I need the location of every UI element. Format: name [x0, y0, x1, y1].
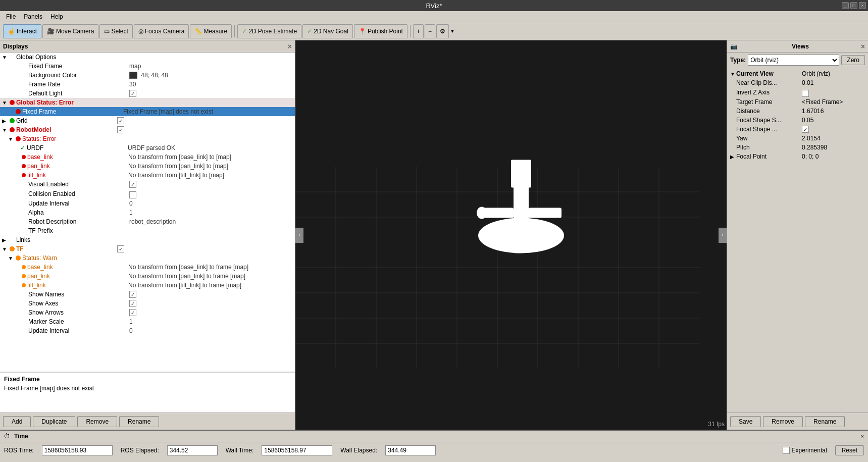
robot-description-row[interactable]: Robot Description robot_description: [0, 217, 295, 226]
target-frame-row[interactable]: Target Frame <Fixed Frame>: [728, 97, 867, 107]
focal-shape-check-row[interactable]: Focal Shape ...: [728, 125, 867, 134]
near-clip-row[interactable]: Near Clip Dis... 0.01: [728, 78, 867, 87]
select-button[interactable]: ▭ Select: [99, 24, 132, 38]
tf-prefix-row[interactable]: TF Prefix: [0, 226, 295, 235]
yaw-row[interactable]: Yaw 2.0154: [728, 134, 867, 143]
grid-checkbox[interactable]: [117, 117, 124, 124]
background-color-row[interactable]: Background Color 48; 48; 48: [0, 71, 295, 80]
close-button[interactable]: ×: [859, 2, 866, 9]
current-view-expand[interactable]: ▼: [730, 71, 736, 77]
displays-close-button[interactable]: ×: [288, 42, 292, 50]
current-view-header[interactable]: ▼ Current View Orbit (rviz): [728, 69, 867, 78]
pose-estimate-button[interactable]: ✓ 2D Pose Estimate: [237, 24, 301, 38]
menu-file[interactable]: File: [2, 12, 20, 21]
fixed-frame-error-row[interactable]: Fixed Frame Fixed Frame [map] does not e…: [0, 107, 295, 116]
time-bar-close[interactable]: ×: [861, 433, 864, 439]
move-camera-button[interactable]: 🎥 Move Camera: [42, 24, 98, 38]
menu-panels[interactable]: Panels: [20, 12, 46, 21]
viewport-collapse-right[interactable]: ›: [719, 228, 727, 243]
menu-help[interactable]: Help: [46, 12, 67, 21]
maximize-button[interactable]: □: [850, 2, 857, 9]
publish-point-button[interactable]: 📍 Publish Point: [354, 24, 407, 38]
global-status-expand[interactable]: ▼: [2, 100, 8, 106]
zero-button[interactable]: Zero: [841, 55, 865, 65]
remove-button[interactable]: Remove: [77, 416, 117, 427]
robot-status-expand[interactable]: ▼: [8, 136, 14, 142]
focal-shape-s-row[interactable]: Focal Shape S... 0.05: [728, 116, 867, 125]
urdf-row[interactable]: ✓ URDF URDF parsed OK: [12, 143, 295, 152]
alpha-row[interactable]: Alpha 1: [0, 208, 295, 217]
tf-base-link-row[interactable]: base_link No transform from [base_link] …: [12, 263, 295, 272]
views-rename-button[interactable]: Rename: [805, 416, 845, 427]
fixed-frame-row[interactable]: Fixed Frame map: [0, 62, 295, 71]
focal-point-row[interactable]: ▶ Focal Point 0; 0; 0: [728, 152, 867, 161]
focal-point-expand[interactable]: ▶: [730, 154, 736, 160]
invert-z-row[interactable]: Invert Z Axis: [728, 87, 867, 97]
invert-z-checkbox[interactable]: [802, 90, 809, 97]
reset-button[interactable]: Reset: [835, 445, 864, 455]
measure-button[interactable]: 📏 Measure: [190, 24, 232, 38]
show-axes-row[interactable]: Show Axes: [0, 299, 295, 308]
tf-row[interactable]: ▼ TF: [0, 244, 295, 253]
tf-status-expand[interactable]: ▼: [8, 255, 14, 261]
tilt-link-row[interactable]: tilt_link No transform from [tilt_link] …: [12, 171, 295, 180]
default-light-checkbox[interactable]: [129, 90, 136, 97]
views-close-button[interactable]: ×: [861, 42, 865, 50]
global-status-row[interactable]: ▼ Global Status: Error: [0, 98, 295, 107]
global-options-row[interactable]: ▼ Global Options: [0, 53, 295, 62]
nav-goal-button[interactable]: ✓ 2D Nav Goal: [302, 24, 353, 38]
wall-time-field[interactable]: 1586056158.97: [262, 445, 332, 455]
collision-enabled-checkbox[interactable]: [129, 191, 136, 198]
show-axes-checkbox[interactable]: [129, 300, 136, 307]
robot-model-status-row[interactable]: ▼ Status: Error: [6, 134, 295, 143]
views-tree[interactable]: ▼ Current View Orbit (rviz) Near Clip Di…: [727, 68, 868, 413]
tf-update-interval-row[interactable]: Update Interval 0: [0, 326, 295, 335]
frame-rate-row[interactable]: Frame Rate 30: [0, 80, 295, 89]
default-light-row[interactable]: Default Light: [0, 89, 295, 98]
experimental-checkbox[interactable]: [783, 447, 790, 454]
zoom-in-button[interactable]: +: [413, 24, 424, 38]
show-arrows-checkbox[interactable]: [129, 309, 136, 316]
pan-link-row[interactable]: pan_link No transform from [pan_link] to…: [12, 162, 295, 171]
tf-pan-link-row[interactable]: pan_link No transform from [pan_link] to…: [12, 272, 295, 281]
grid-expand[interactable]: ▶: [2, 118, 8, 124]
global-options-expand[interactable]: ▼: [2, 55, 8, 60]
collision-enabled-row[interactable]: Collision Enabled: [0, 189, 295, 199]
show-names-row[interactable]: Show Names: [0, 290, 295, 299]
robot-model-expand[interactable]: ▼: [2, 127, 8, 133]
tf-tilt-link-row[interactable]: tilt_link No transform from [tilt_link] …: [12, 281, 295, 290]
views-type-select[interactable]: Orbit (rviz): [748, 55, 839, 66]
base-link-row[interactable]: base_link No transform from [base_link] …: [12, 152, 295, 162]
tf-expand[interactable]: ▼: [2, 246, 8, 252]
distance-row[interactable]: Distance 1.67016: [728, 107, 867, 116]
tf-checkbox[interactable]: [117, 245, 124, 252]
ros-elapsed-field[interactable]: 344.52: [167, 445, 218, 455]
minimize-button[interactable]: _: [842, 2, 849, 9]
robot-model-checkbox[interactable]: [117, 126, 124, 133]
add-button[interactable]: Add: [3, 416, 31, 427]
visual-enabled-row[interactable]: Visual Enabled: [0, 180, 295, 189]
links-expand[interactable]: ▶: [2, 237, 8, 243]
visual-enabled-checkbox[interactable]: [129, 181, 136, 188]
viewport[interactable]: ‹ › 31 fps: [295, 40, 727, 430]
pitch-row[interactable]: Pitch 0.285398: [728, 143, 867, 152]
tf-status-row[interactable]: ▼ Status: Warn: [6, 253, 295, 263]
update-interval-row[interactable]: Update Interval 0: [0, 199, 295, 208]
zoom-out-button[interactable]: −: [425, 24, 435, 38]
robot-model-row[interactable]: ▼ RobotModel: [0, 125, 295, 134]
show-arrows-row[interactable]: Show Arrows: [0, 308, 295, 317]
views-remove-button[interactable]: Remove: [763, 416, 803, 427]
focus-camera-button[interactable]: ◎ Focus Camera: [134, 24, 189, 38]
focal-shape-checkbox[interactable]: [802, 126, 809, 133]
links-row[interactable]: ▶ Links: [0, 235, 295, 244]
rename-button[interactable]: Rename: [119, 416, 159, 427]
grid-row[interactable]: ▶ Grid: [0, 116, 295, 125]
viewport-collapse-left[interactable]: ‹: [295, 228, 303, 243]
displays-tree[interactable]: ▼ Global Options Fixed Frame map Backgro…: [0, 53, 295, 372]
views-save-button[interactable]: Save: [730, 416, 761, 427]
wall-elapsed-field[interactable]: 344.49: [385, 445, 436, 455]
settings-button[interactable]: ⚙: [436, 24, 449, 38]
marker-scale-row[interactable]: Marker Scale 1: [0, 317, 295, 326]
background-color-swatch[interactable]: [129, 72, 137, 79]
interact-button[interactable]: ☝ Interact: [3, 24, 41, 38]
